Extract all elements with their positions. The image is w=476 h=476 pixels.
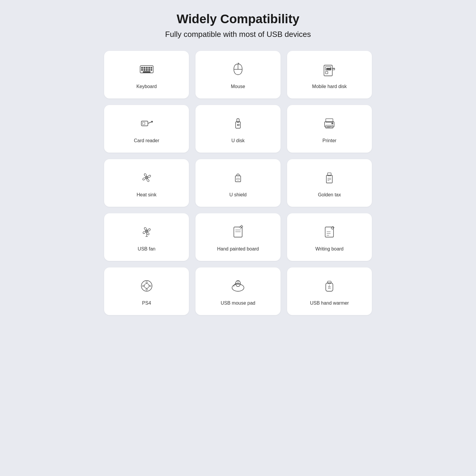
svg-point-28: [238, 124, 239, 126]
card-usb-hand-warmer: USB hand warmer: [287, 267, 372, 315]
svg-rect-36: [235, 176, 241, 182]
card-card-reader: Card reader: [104, 105, 189, 153]
hand-painted-board-icon: [230, 224, 246, 242]
card-reader-label: Card reader: [134, 137, 159, 144]
mouse-icon: [230, 62, 246, 79]
svg-point-56: [146, 289, 147, 290]
card-printer: Printer: [287, 105, 372, 153]
mobile-hard-disk-label: Mobile hard disk: [312, 83, 347, 90]
device-grid: KeyboardMouseSSDMobile hard diskCard rea…: [104, 51, 372, 315]
svg-point-54: [144, 284, 149, 288]
u-disk-icon: [230, 116, 246, 133]
svg-rect-11: [143, 71, 150, 73]
svg-rect-49: [325, 227, 333, 237]
ps4-icon: [139, 278, 154, 296]
svg-point-58: [149, 285, 151, 287]
main-title: Widely Compatibility: [177, 12, 300, 26]
card-hand-painted-board: Hand painted board: [195, 213, 280, 261]
svg-rect-38: [326, 175, 332, 183]
svg-text:SSD: SSD: [326, 68, 331, 70]
usb-mouse-pad-label: USB mouse pad: [221, 300, 256, 306]
svg-rect-2: [144, 67, 145, 68]
mobile-hard-disk-icon: SSD: [322, 62, 337, 79]
card-mouse: Mouse: [195, 51, 280, 98]
writing-board-icon: [322, 224, 337, 242]
heat-sink-label: Heat sink: [137, 192, 156, 198]
svg-rect-1: [141, 67, 143, 68]
card-reader-icon: [139, 116, 154, 133]
card-ps4: PS4: [104, 267, 189, 315]
usb-fan-icon: [139, 224, 154, 242]
u-shield-icon: [230, 170, 246, 187]
svg-rect-6: [141, 69, 143, 71]
svg-rect-37: [237, 178, 239, 180]
golden-tax-icon: [322, 170, 337, 187]
svg-rect-63: [326, 283, 333, 291]
page-container: Widely Compatibility Fully compatible wi…: [104, 12, 372, 315]
u-shield-label: U shield: [229, 192, 247, 198]
svg-point-57: [142, 285, 144, 287]
svg-rect-19: [332, 68, 335, 70]
svg-rect-18: [325, 71, 328, 74]
svg-rect-8: [146, 69, 148, 71]
keyboard-icon: [139, 62, 154, 79]
svg-rect-4: [148, 67, 150, 68]
mouse-label: Mouse: [231, 83, 245, 90]
usb-hand-warmer-icon: [322, 278, 337, 296]
card-mobile-hard-disk: SSDMobile hard disk: [287, 51, 372, 98]
card-keyboard: Keyboard: [104, 51, 189, 98]
svg-rect-3: [146, 67, 148, 68]
u-disk-label: U disk: [231, 137, 245, 144]
svg-rect-31: [326, 125, 333, 128]
card-golden-tax: Golden tax: [287, 159, 372, 207]
svg-rect-10: [151, 69, 152, 71]
subtitle: Fully compatible with most of USB device…: [165, 30, 311, 39]
svg-rect-9: [148, 69, 150, 71]
card-writing-board: Writing board: [287, 213, 372, 261]
svg-rect-24: [143, 122, 145, 125]
svg-point-53: [141, 281, 152, 291]
svg-rect-7: [144, 69, 145, 71]
ps4-label: PS4: [142, 300, 151, 306]
hand-painted-board-label: Hand painted board: [217, 246, 259, 252]
keyboard-label: Keyboard: [136, 83, 157, 90]
svg-point-55: [146, 282, 147, 283]
heat-sink-icon: [139, 170, 154, 187]
usb-hand-warmer-label: USB hand warmer: [310, 300, 349, 306]
card-usb-mouse-pad: USB mouse pad: [195, 267, 280, 315]
usb-mouse-pad-icon: [230, 278, 246, 296]
card-u-disk: U disk: [195, 105, 280, 153]
usb-fan-label: USB fan: [138, 246, 156, 252]
golden-tax-label: Golden tax: [318, 192, 341, 198]
svg-point-23: [151, 121, 153, 122]
card-usb-fan: USB fan: [104, 213, 189, 261]
card-heat-sink: Heat sink: [104, 159, 189, 207]
printer-icon: [322, 116, 337, 133]
svg-point-34: [332, 123, 333, 124]
card-u-shield: U shield: [195, 159, 280, 207]
svg-rect-5: [151, 67, 152, 68]
svg-rect-21: [141, 121, 148, 126]
printer-label: Printer: [322, 137, 336, 144]
writing-board-label: Writing board: [315, 246, 344, 252]
